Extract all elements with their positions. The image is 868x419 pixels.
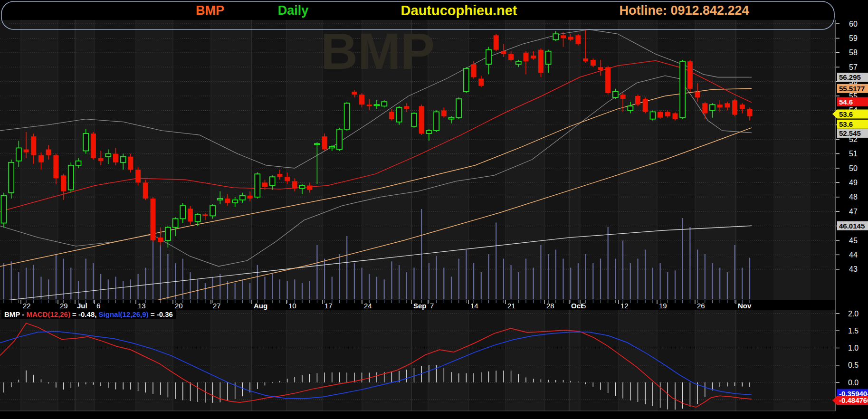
price-tick-label: 47 xyxy=(849,208,858,216)
candle-body-down xyxy=(598,67,603,70)
week-band xyxy=(362,310,411,411)
candle-body-up xyxy=(83,133,88,151)
candle-body-down xyxy=(91,133,96,158)
macd-readout-signal-value: = -0.36 xyxy=(149,310,173,318)
candle-body-up xyxy=(516,61,521,64)
candle-body-down xyxy=(38,155,44,162)
candle-body-down xyxy=(202,214,208,216)
price-badge-text: 52.545 xyxy=(839,129,861,137)
candle-body-down xyxy=(31,136,36,155)
candle-body-up xyxy=(68,165,74,190)
candle-body-down xyxy=(113,154,118,162)
candle-body-up xyxy=(195,214,200,221)
candle-body-down xyxy=(135,170,141,182)
candle-body-down xyxy=(471,64,477,77)
date-label: 21 xyxy=(507,302,515,310)
candle-body-down xyxy=(61,175,66,191)
candle-body-down xyxy=(583,58,588,61)
candle-body-down xyxy=(658,112,663,117)
week-band xyxy=(211,310,252,411)
candle-body-down xyxy=(575,35,581,44)
candle-body-down xyxy=(285,177,290,181)
date-label: 17 xyxy=(324,302,333,310)
week-band xyxy=(506,310,544,411)
candle-body-down xyxy=(359,95,364,105)
candle-body-up xyxy=(105,154,111,157)
macd-badge-text: -0.484766 xyxy=(839,396,868,404)
candle-body-down xyxy=(702,103,707,113)
week-band xyxy=(136,310,173,411)
candle-body-down xyxy=(494,35,499,49)
price-badge-text: 53.6 xyxy=(839,110,853,118)
date-label: Nov xyxy=(738,302,752,310)
candle-body-up xyxy=(16,148,21,161)
candle-body-down xyxy=(591,60,596,66)
macd-tick-label: 0.5 xyxy=(848,361,858,369)
price-tick-label: 51 xyxy=(849,150,858,158)
macd-tick-label: 2.0 xyxy=(848,310,858,318)
candle-body-down xyxy=(128,157,133,170)
candle-body-down xyxy=(307,185,312,190)
candle-body-up xyxy=(173,219,178,227)
candle-body-up xyxy=(456,99,461,118)
week-band xyxy=(619,20,657,300)
timeframe-label: Daily xyxy=(278,3,309,18)
macd-tick-label: 0.0 xyxy=(848,379,858,387)
candle-body-up xyxy=(397,107,402,122)
date-label: 22 xyxy=(23,302,31,310)
week-band xyxy=(569,20,580,300)
candle-body-down xyxy=(568,37,573,39)
watermark: BMP xyxy=(321,22,435,80)
candle-body-up xyxy=(344,103,350,129)
candle-body-up xyxy=(255,174,260,197)
candle-body-down xyxy=(725,103,730,107)
candle-body-up xyxy=(9,162,14,193)
candle-body-up xyxy=(650,112,655,119)
candle-body-up xyxy=(1,196,7,223)
date-label: 12 xyxy=(620,302,629,310)
candle-body-down xyxy=(635,96,640,105)
candle-body-down xyxy=(277,174,282,177)
date-label: 19 xyxy=(659,302,667,310)
date-label: 10 xyxy=(288,302,296,310)
macd-tick-label: 1.5 xyxy=(848,327,858,335)
candle-body-up xyxy=(210,206,215,216)
price-tick-label: 45 xyxy=(849,237,858,245)
price-badge-text: 56.295 xyxy=(839,73,861,81)
candle-body-up xyxy=(628,106,633,110)
candle-body-down xyxy=(501,51,506,54)
bottom-strip xyxy=(0,411,868,419)
price-tick-label: 49 xyxy=(849,179,858,187)
candle-body-up xyxy=(121,157,126,162)
date-label: Sep xyxy=(413,302,427,310)
candle-body-up xyxy=(680,61,685,118)
price-tick-label: 59 xyxy=(849,34,858,42)
date-label: 27 xyxy=(213,302,221,310)
candle-body-up xyxy=(613,92,618,97)
date-label: 28 xyxy=(546,302,554,310)
candle-body-down xyxy=(687,61,693,89)
hotline-label: Hotline: 0912.842.224 xyxy=(619,3,749,18)
candle-body-down xyxy=(747,109,753,116)
week-band xyxy=(75,310,95,411)
date-label: Oct xyxy=(571,302,583,310)
candle-body-down xyxy=(508,54,514,60)
candle-body-down xyxy=(262,182,267,187)
candle-body-down xyxy=(561,35,566,38)
candle-body-up xyxy=(165,228,171,240)
week-band xyxy=(211,20,252,300)
chart-surface[interactable]: BMP2229Jul6132027Aug101724Sep7142128Oct5… xyxy=(0,0,868,419)
price-tick-label: 43 xyxy=(849,265,858,273)
candle-body-up xyxy=(315,143,320,144)
macd-readout-ticker: BMP - xyxy=(4,310,26,318)
candle-body-down xyxy=(53,155,58,179)
date-label: 5 xyxy=(582,302,586,310)
macd-readout-macd: MACD(12,26) xyxy=(26,310,70,318)
candle-body-down xyxy=(188,209,193,221)
price-tick-label: 57 xyxy=(849,63,858,71)
date-label: 7 xyxy=(430,302,434,310)
price-badge-text: 55.5177 xyxy=(839,85,865,93)
candle-body-down xyxy=(673,113,678,119)
week-band xyxy=(75,20,95,300)
week-band xyxy=(569,310,580,411)
